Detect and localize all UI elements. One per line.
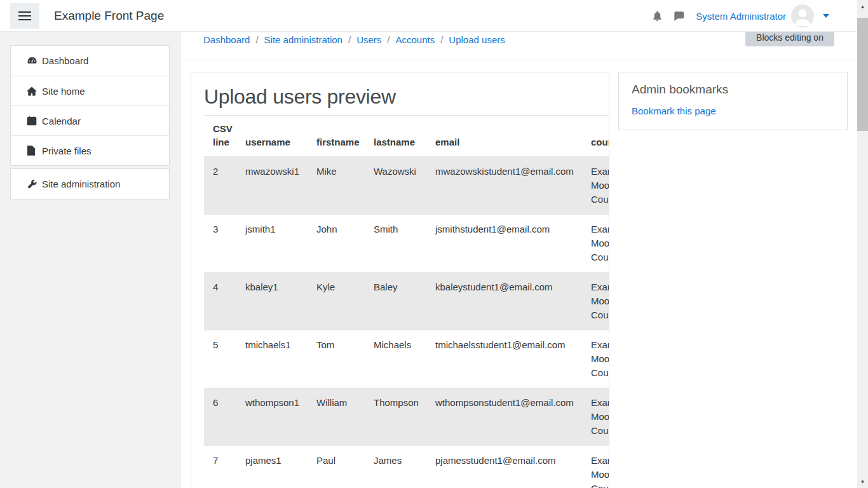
- cell-username: jsmith1: [245, 215, 316, 273]
- cell-username: pjames1: [245, 446, 316, 488]
- cell-email: mwazowskistudent1@email.com: [435, 157, 591, 215]
- file-icon: [27, 146, 42, 156]
- breadcrumb-link-users[interactable]: Users: [356, 34, 381, 45]
- cell-line: 4: [204, 273, 245, 330]
- cell-course1: Example Moodle Course: [591, 330, 609, 388]
- cell-lastname: Baley: [374, 273, 435, 330]
- block-title: Admin bookmarks: [632, 83, 834, 97]
- column-header-csv-line: CSV line: [204, 116, 245, 157]
- nav-drawer: DashboardSite homeCalendarPrivate files …: [0, 32, 181, 488]
- cell-username: wthompson1: [245, 388, 316, 446]
- cell-course1: Example Moodle Course: [591, 388, 609, 446]
- cell-line: 2: [204, 157, 245, 215]
- admin-bookmarks-block: Admin bookmarks Bookmark this page: [618, 72, 848, 130]
- avatar[interactable]: [791, 4, 814, 27]
- upload-users-preview-table: CSV lineusernamefirstnamelastnameemailco…: [204, 115, 609, 488]
- table-row: 5tmichaels1TomMichaelstmichaelsstudent1@…: [204, 330, 609, 388]
- dashboard-icon: [27, 56, 42, 65]
- cell-line: 7: [204, 446, 245, 488]
- table-row: 6wthompson1WilliamThompsonwthompsonstude…: [204, 388, 609, 446]
- cell-email: wthompsonstudent1@email.com: [435, 388, 591, 446]
- section-title: Upload users preview: [204, 85, 596, 109]
- sidebar-item-dashboard[interactable]: Dashboard: [11, 46, 169, 76]
- cell-username: mwazowski1: [245, 157, 316, 215]
- bookmark-this-page-link[interactable]: Bookmark this page: [632, 105, 716, 116]
- sidebar-item-label: Private files: [42, 146, 92, 156]
- notifications-bell-icon[interactable]: [646, 0, 668, 32]
- cell-line: 5: [204, 330, 245, 388]
- cell-firstname: Mike: [316, 157, 374, 215]
- sidebar-item-site-home[interactable]: Site home: [11, 76, 169, 105]
- cell-course1: Example Moodle Course: [591, 273, 609, 330]
- column-header-username: username: [245, 116, 316, 157]
- cell-email: jsmithstudent1@email.com: [435, 215, 591, 273]
- sidebar-item-label: Dashboard: [42, 55, 88, 66]
- home-icon: [27, 86, 42, 96]
- breadcrumb-separator: /: [348, 34, 351, 45]
- sidebar-item-label: Site administration: [42, 179, 120, 189]
- table-row: 2mwazowski1MikeWazowskimwazowskistudent1…: [204, 157, 609, 215]
- dropdown-caret-icon[interactable]: [823, 14, 829, 18]
- cell-course1: Example Moodle Course: [591, 215, 609, 273]
- drawer-group-main: DashboardSite homeCalendarPrivate files: [10, 45, 170, 166]
- cell-firstname: Kyle: [316, 273, 374, 330]
- breadcrumb: Dashboard/Site administration/Users/Acco…: [203, 34, 505, 45]
- scrollbar-thumb[interactable]: [857, 18, 868, 131]
- scrollbar-down-arrow-icon[interactable]: ▼: [857, 477, 868, 487]
- cell-firstname: Paul: [316, 446, 374, 488]
- cell-course1: Example Moodle Course: [591, 157, 609, 215]
- breadcrumb-separator: /: [387, 34, 390, 45]
- messages-icon[interactable]: [668, 0, 689, 32]
- breadcrumb-separator: /: [440, 34, 443, 45]
- calendar-icon: [27, 116, 42, 126]
- table-row: 7pjames1PaulJamespjamesstudent1@email.co…: [204, 446, 609, 488]
- table-row: 3jsmith1JohnSmithjsmithstudent1@email.co…: [204, 215, 609, 273]
- sidebar-item-label: Calendar: [42, 116, 81, 126]
- sidebar-item-site-administration[interactable]: Site administration: [11, 169, 169, 199]
- column-header-email: email: [435, 116, 591, 157]
- column-header-firstname: firstname: [316, 116, 374, 157]
- page-title: Example Front Page: [54, 0, 164, 32]
- sidebar-item-private-files[interactable]: Private files: [11, 135, 169, 165]
- cell-email: pjamesstudent1@email.com: [435, 446, 591, 488]
- top-navbar: Example Front Page System Administrator: [0, 0, 857, 32]
- breadcrumb-link-upload-users[interactable]: Upload users: [449, 34, 505, 45]
- sidebar-item-label: Site home: [42, 86, 85, 97]
- cell-lastname: Michaels: [374, 330, 435, 388]
- wrench-icon: [27, 179, 42, 189]
- breadcrumb-link-dashboard[interactable]: Dashboard: [203, 34, 250, 45]
- cell-firstname: John: [316, 215, 374, 273]
- cell-line: 6: [204, 388, 245, 446]
- cell-lastname: Thompson: [374, 388, 435, 446]
- column-header-lastname: lastname: [374, 116, 435, 157]
- cell-lastname: James: [374, 446, 435, 488]
- cell-username: kbaley1: [245, 273, 316, 330]
- sidebar-item-calendar[interactable]: Calendar: [11, 105, 169, 135]
- column-header-course1: course1: [591, 116, 609, 157]
- cell-lastname: Smith: [374, 215, 435, 273]
- cell-lastname: Wazowski: [374, 157, 435, 215]
- cell-email: kbaleystudent1@email.com: [435, 273, 591, 330]
- breadcrumb-link-site-administration[interactable]: Site administration: [264, 34, 342, 45]
- scrollbar-up-arrow-icon[interactable]: ▲: [857, 1, 868, 11]
- breadcrumb-separator: /: [255, 34, 258, 45]
- cell-course1: Example Moodle Course: [591, 446, 609, 488]
- cell-email: tmichaelsstudent1@email.com: [435, 330, 591, 388]
- cell-username: tmichaels1: [245, 330, 316, 388]
- cell-firstname: Tom: [316, 330, 374, 388]
- window-scrollbar[interactable]: ▲ ▼: [857, 0, 868, 488]
- cell-firstname: William: [316, 388, 374, 446]
- drawer-group-admin: Site administration: [10, 168, 170, 200]
- upload-users-preview-card: Upload users preview CSV lineusernamefir…: [191, 72, 609, 488]
- cell-line: 3: [204, 215, 245, 273]
- menu-hamburger-button[interactable]: [10, 3, 39, 29]
- user-menu-link[interactable]: System Administrator: [696, 11, 786, 22]
- table-row: 4kbaley1KyleBaleykbaleystudent1@email.co…: [204, 273, 609, 330]
- breadcrumb-link-accounts[interactable]: Accounts: [395, 34, 435, 45]
